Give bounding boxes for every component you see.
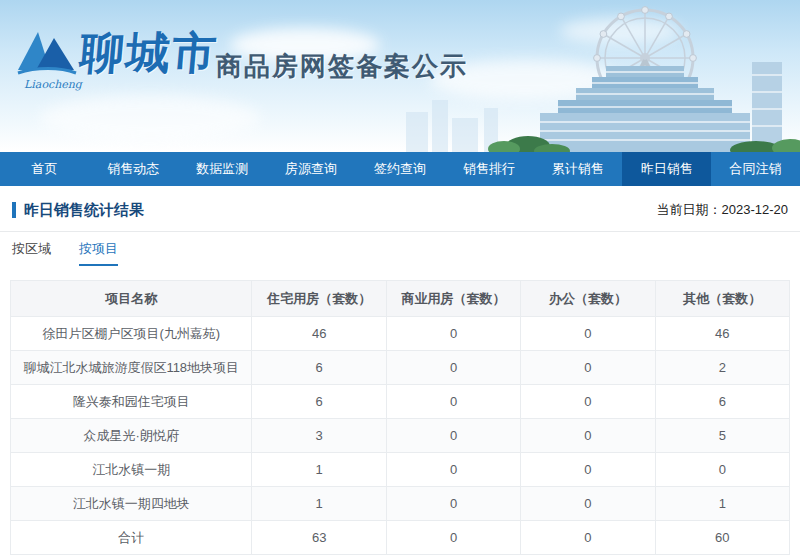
table-row: 聊城江北水城旅游度假区118地块项目6002 xyxy=(11,351,790,385)
column-header: 项目名称 xyxy=(11,281,252,317)
project-name-cell: 徐田片区棚户区项目(九州嘉苑) xyxy=(11,317,252,351)
title-accent-bar xyxy=(12,202,16,218)
column-header: 办公（套数） xyxy=(521,281,655,317)
page-title: 昨日销售统计结果 xyxy=(12,201,144,220)
column-header: 其他（套数） xyxy=(655,281,789,317)
count-cell: 0 xyxy=(521,351,655,385)
nav-item-4[interactable]: 房源查询 xyxy=(267,152,356,186)
project-name-cell: 众成星光·朗悦府 xyxy=(11,419,252,453)
nav-item-7[interactable]: 累计销售 xyxy=(533,152,622,186)
project-name-cell: 隆兴泰和园住宅项目 xyxy=(11,385,252,419)
site-name: 聊城市 xyxy=(78,28,220,79)
table-row: 江北水镇一期四地块1001 xyxy=(11,487,790,521)
count-cell: 0 xyxy=(521,419,655,453)
table-body: 徐田片区棚户区项目(九州嘉苑)460046聊城江北水城旅游度假区118地块项目6… xyxy=(11,317,790,555)
divider xyxy=(0,231,800,232)
cloud-decoration xyxy=(40,95,260,141)
count-cell: 0 xyxy=(521,385,655,419)
count-cell: 0 xyxy=(655,453,789,487)
page: Liaocheng 聊城市 商品房网签备案公示 首页销售动态数据监测房源查询签约… xyxy=(0,0,800,559)
count-cell: 0 xyxy=(521,521,655,555)
current-date: 当前日期：2023-12-20 xyxy=(657,201,789,219)
count-cell: 0 xyxy=(386,487,520,521)
count-cell: 0 xyxy=(386,419,520,453)
count-cell: 0 xyxy=(386,385,520,419)
project-name-cell: 合计 xyxy=(11,521,252,555)
content: 昨日销售统计结果 当前日期：2023-12-20 按区域按项目 项目名称住宅用房… xyxy=(0,186,800,555)
table-row: 江北水镇一期1000 xyxy=(11,453,790,487)
logo-mountain-icon xyxy=(16,26,78,76)
count-cell: 5 xyxy=(655,419,789,453)
nav-item-1[interactable]: 首页 xyxy=(0,152,89,186)
count-cell: 63 xyxy=(252,521,386,555)
title-row: 昨日销售统计结果 当前日期：2023-12-20 xyxy=(0,198,800,222)
nav-item-3[interactable]: 数据监测 xyxy=(178,152,267,186)
nav-item-2[interactable]: 销售动态 xyxy=(89,152,178,186)
project-name-cell: 江北水镇一期四地块 xyxy=(11,487,252,521)
tab-1[interactable]: 按区域 xyxy=(12,234,51,266)
count-cell: 6 xyxy=(655,385,789,419)
sales-table: 项目名称住宅用房（套数）商业用房（套数）办公（套数）其他（套数） 徐田片区棚户区… xyxy=(10,280,790,555)
site-subtitle: 商品房网签备案公示 xyxy=(216,52,468,82)
count-cell: 0 xyxy=(386,521,520,555)
date-label: 当前日期： xyxy=(657,202,722,217)
logo-script: Liaocheng xyxy=(24,78,82,91)
count-cell: 60 xyxy=(655,521,789,555)
count-cell: 46 xyxy=(252,317,386,351)
date-value: 2023-12-20 xyxy=(722,202,789,217)
count-cell: 0 xyxy=(386,351,520,385)
building-icon xyxy=(540,62,782,152)
tab-2[interactable]: 按项目 xyxy=(79,234,118,266)
column-header: 商业用房（套数） xyxy=(386,281,520,317)
count-cell: 0 xyxy=(386,453,520,487)
count-cell: 3 xyxy=(252,419,386,453)
nav-item-6[interactable]: 销售排行 xyxy=(444,152,533,186)
count-cell: 0 xyxy=(521,453,655,487)
page-title-text: 昨日销售统计结果 xyxy=(24,201,144,220)
nav-bar: 首页销售动态数据监测房源查询签约查询销售排行累计销售昨日销售合同注销 xyxy=(0,152,800,186)
count-cell: 6 xyxy=(252,351,386,385)
count-cell: 1 xyxy=(655,487,789,521)
count-cell: 1 xyxy=(252,453,386,487)
table-row: 徐田片区棚户区项目(九州嘉苑)460046 xyxy=(11,317,790,351)
nav-item-8[interactable]: 昨日销售 xyxy=(622,152,711,186)
count-cell: 46 xyxy=(655,317,789,351)
skyline-icon xyxy=(406,100,498,152)
count-cell: 1 xyxy=(252,487,386,521)
nav-item-9[interactable]: 合同注销 xyxy=(711,152,800,186)
table-row: 众成星光·朗悦府3005 xyxy=(11,419,790,453)
project-name-cell: 聊城江北水城旅游度假区118地块项目 xyxy=(11,351,252,385)
count-cell: 0 xyxy=(521,487,655,521)
count-cell: 6 xyxy=(252,385,386,419)
tabs: 按区域按项目 xyxy=(0,234,800,266)
table-row: 合计630060 xyxy=(11,521,790,555)
nav-item-5[interactable]: 签约查询 xyxy=(356,152,445,186)
count-cell: 0 xyxy=(521,317,655,351)
table-head-row: 项目名称住宅用房（套数）商业用房（套数）办公（套数）其他（套数） xyxy=(11,281,790,317)
count-cell: 2 xyxy=(655,351,789,385)
project-name-cell: 江北水镇一期 xyxy=(11,453,252,487)
count-cell: 0 xyxy=(386,317,520,351)
table-row: 隆兴泰和园住宅项目6006 xyxy=(11,385,790,419)
table-head: 项目名称住宅用房（套数）商业用房（套数）办公（套数）其他（套数） xyxy=(11,281,790,317)
column-header: 住宅用房（套数） xyxy=(252,281,386,317)
site-banner: Liaocheng 聊城市 商品房网签备案公示 xyxy=(0,0,800,152)
